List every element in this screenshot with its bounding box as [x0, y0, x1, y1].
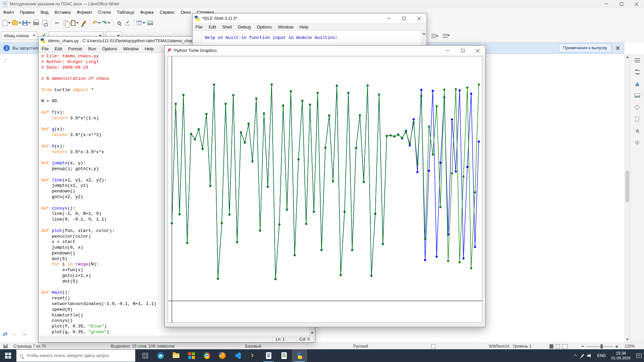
paragraph-style-combo[interactable]: Абзац списка	[1, 32, 38, 40]
single-page-view-icon[interactable]	[549, 344, 553, 349]
maximize-button[interactable]	[614, 0, 629, 8]
menu-сервис[interactable]: Сервис	[157, 8, 178, 17]
page-icon[interactable]	[633, 115, 642, 123]
book-view-icon[interactable]	[562, 344, 568, 349]
menu-options[interactable]: Options	[99, 45, 120, 53]
navigator-icon[interactable]	[633, 104, 642, 111]
document-scrollbar[interactable]	[625, 54, 630, 343]
menu-файл[interactable]: Файл	[0, 8, 17, 17]
scroll-down-icon[interactable]	[311, 332, 314, 334]
python-idle-taskbar-button[interactable]	[292, 349, 307, 362]
libreoffice-titlebar[interactable]: Методические указания по ПОАС.docx — Lib…	[0, 0, 644, 8]
menu-format[interactable]: Format	[65, 45, 85, 53]
task-view-taskbar-button[interactable]	[138, 349, 153, 362]
redo-button[interactable]	[101, 18, 111, 28]
menu-file[interactable]: File	[193, 23, 206, 31]
new-document-button[interactable]	[2, 18, 11, 28]
zoom-slider[interactable]	[586, 346, 613, 347]
styles-icon[interactable]	[633, 80, 642, 87]
menu-shell[interactable]: Shell	[219, 23, 235, 31]
page-style-status[interactable]: Базовый	[245, 344, 261, 349]
minimize-button[interactable]	[381, 13, 396, 23]
zoom-percent[interactable]: 120%	[625, 344, 635, 349]
close-button[interactable]	[470, 46, 485, 55]
hidden-icons-button[interactable]	[572, 349, 580, 362]
start-button[interactable]	[0, 349, 16, 362]
next-page-icon[interactable]: →	[21, 330, 27, 338]
close-button[interactable]	[629, 0, 644, 8]
menu-таблица[interactable]: Таблица	[114, 8, 137, 17]
menu-window[interactable]: Window	[275, 23, 296, 31]
firefox-taskbar-button[interactable]	[215, 349, 230, 362]
menu-run[interactable]: Run	[85, 45, 99, 53]
scroll-up-icon[interactable]	[423, 33, 425, 35]
print-button[interactable]	[32, 18, 40, 28]
scroll-up-icon[interactable]	[626, 56, 629, 58]
menu-стили[interactable]: Стили	[95, 8, 114, 17]
clone-formatting-button[interactable]	[79, 18, 88, 28]
dropdown-caret-icon[interactable]	[28, 22, 31, 24]
save-button[interactable]	[22, 18, 32, 28]
navigate-by-icon[interactable]: ⇄	[3, 330, 7, 338]
open-button[interactable]	[11, 18, 22, 28]
zoom-in-icon[interactable]	[615, 345, 619, 348]
action-center-button[interactable]	[634, 349, 644, 362]
print-preview-button[interactable]	[40, 18, 49, 28]
menu-help[interactable]: Help	[142, 45, 157, 53]
previous-page-icon[interactable]: ←	[11, 330, 17, 338]
minimize-button[interactable]	[599, 0, 614, 8]
close-button[interactable]	[412, 13, 427, 23]
list-level-status[interactable]: WWNum14 : Уровень 1	[489, 344, 532, 349]
scrollbar-thumb[interactable]	[626, 171, 629, 202]
multi-page-view-icon[interactable]	[556, 344, 560, 349]
cut-button[interactable]	[53, 18, 61, 28]
properties-icon[interactable]	[633, 68, 642, 76]
insert-table-button[interactable]	[136, 18, 146, 28]
taskbar-search[interactable]	[16, 349, 136, 362]
dropdown-caret-icon[interactable]	[98, 22, 101, 24]
menu-окно[interactable]: Окно	[177, 8, 194, 17]
menu-file[interactable]: File	[39, 45, 52, 53]
volume-tray-button[interactable]	[585, 349, 595, 362]
scroll-down-icon[interactable]	[626, 339, 629, 341]
dropdown-caret-icon[interactable]	[143, 22, 145, 24]
chrome-taskbar-button[interactable]	[199, 349, 215, 362]
menu-правка[interactable]: Правка	[17, 8, 38, 17]
file-explorer-taskbar-button[interactable]	[168, 349, 184, 362]
menu-формат[interactable]: Формат	[74, 8, 95, 17]
minimize-button[interactable]	[440, 46, 455, 55]
dropdown-caret-icon[interactable]	[108, 22, 110, 24]
gallery-icon[interactable]	[633, 92, 642, 99]
zoom-out-icon[interactable]	[581, 346, 584, 347]
taskbar-clock[interactable]: 15:34 01.09.2025	[608, 349, 634, 362]
maximize-button[interactable]	[455, 46, 470, 55]
language-indicator[interactable]: ENG	[595, 349, 608, 362]
insert-image-button[interactable]	[146, 18, 155, 28]
microsoft-store-taskbar-button[interactable]	[184, 349, 199, 362]
menu-вид[interactable]: Вид	[38, 8, 52, 17]
undo-button[interactable]	[92, 18, 101, 28]
search-input[interactable]	[26, 353, 135, 358]
edge-taskbar-button[interactable]	[153, 349, 168, 362]
find-replace-button[interactable]	[115, 18, 123, 28]
vscode-taskbar-button[interactable]	[230, 349, 246, 362]
selection-mode-icon[interactable]	[431, 344, 435, 349]
libreoffice-calc-taskbar-button[interactable]	[276, 349, 292, 362]
paste-button[interactable]	[70, 18, 79, 28]
menu-options[interactable]: Options	[254, 23, 275, 31]
dropdown-caret-icon[interactable]	[8, 22, 11, 24]
dropdown-caret-icon[interactable]	[18, 22, 21, 24]
turtle-titlebar[interactable]: Python Turtle Graphics	[165, 46, 485, 56]
menu-help[interactable]: Help	[297, 23, 312, 31]
libreoffice-writer-taskbar-button[interactable]	[261, 349, 276, 362]
zoom-slider-thumb[interactable]	[600, 344, 603, 349]
page-count-status[interactable]: Страница 7 из 70	[13, 344, 46, 349]
copy-button[interactable]	[61, 18, 70, 28]
paragraph-spacing-decrease-button[interactable]	[441, 31, 449, 41]
shell-titlebar[interactable]: *IDLE Shell 3.11.5*	[193, 13, 427, 23]
infobar-close-icon[interactable]	[615, 46, 620, 50]
paragraph-spacing-increase-button[interactable]	[429, 31, 438, 41]
menu-edit[interactable]: Edit	[206, 23, 219, 31]
terminal-taskbar-button[interactable]	[246, 349, 261, 362]
sidebar-settings-icon[interactable]	[633, 57, 642, 64]
